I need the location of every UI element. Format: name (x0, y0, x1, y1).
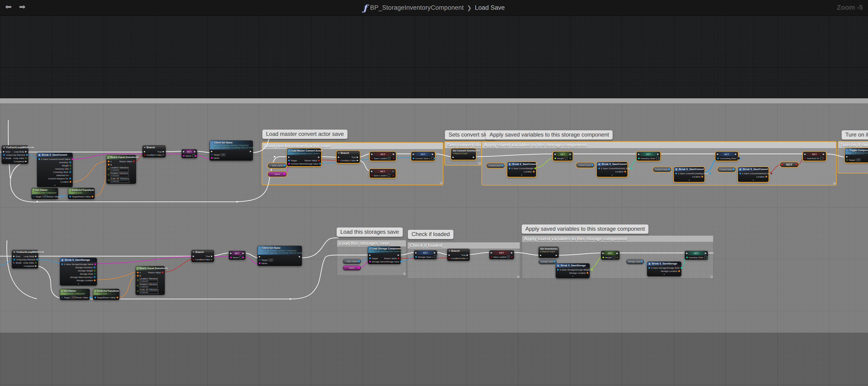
node-branch-load-master[interactable]: <Branch▶True▶ConditionFalse▶ (337, 151, 360, 163)
data-pin[interactable] (25, 157, 27, 159)
node-branch-check-loaded[interactable]: <Branch▶True▶ConditionFalse▷ (447, 249, 470, 261)
array-pin[interactable]: ▦ (69, 161, 71, 164)
exec-pin[interactable]: ▶ (453, 156, 454, 158)
comment-title-sets-convert-slots[interactable]: Sets convert slots (445, 142, 481, 148)
comment-title-apply-saved-top[interactable]: Apply saved variables to this storage co… (482, 142, 836, 148)
data-pin[interactable] (707, 257, 709, 258)
data-pin[interactable] (133, 160, 135, 162)
comment-resize-handle[interactable] (833, 182, 836, 184)
array-pin[interactable]: ▦ (93, 266, 96, 268)
checkbox[interactable] (737, 157, 740, 160)
exec-pin[interactable]: ▶ (250, 150, 251, 152)
data-pin[interactable] (393, 175, 394, 176)
data-pin[interactable] (89, 297, 91, 298)
node-set-weight-top[interactable]: ▶SET▶Weight (553, 152, 572, 160)
data-pin[interactable] (534, 168, 536, 169)
comment-title-load-storage[interactable]: Load this storages save (337, 240, 406, 246)
node-pill-storage-save-1[interactable]: Storage Save L (538, 259, 557, 264)
data-pin[interactable] (846, 159, 848, 161)
blueprint-title[interactable]: BP_StorageInventoryComponent (370, 4, 464, 11)
data-pin[interactable] (33, 196, 34, 198)
data-pin[interactable] (641, 261, 643, 262)
data-pin[interactable] (648, 267, 650, 269)
data-pin[interactable] (94, 297, 96, 298)
data-pin[interactable] (638, 157, 640, 159)
data-pin[interactable] (70, 168, 71, 170)
self-reference-box[interactable]: self (42, 195, 47, 198)
data-pin[interactable] (659, 157, 660, 159)
data-pin[interactable] (371, 157, 373, 159)
exec-pin[interactable]: ▶ (211, 150, 213, 152)
node-set-save-loaded-true-top[interactable]: ▶SET▶Save Loaded✓ (370, 152, 396, 160)
exec-pin[interactable]: ▶ (338, 156, 340, 158)
data-pin[interactable] (70, 165, 71, 167)
node-pill-convert-save-1[interactable]: Convert Save L (487, 163, 504, 168)
pin-value-input[interactable]: 0.000100 (110, 175, 129, 177)
pin-value-input[interactable]: 0.000100 (110, 169, 129, 172)
data-pin[interactable] (400, 261, 402, 262)
data-pin[interactable] (137, 275, 138, 276)
data-pin[interactable] (668, 169, 670, 170)
comment-bubble-apply-saved-top[interactable]: Apply saved variables to this storage co… (486, 130, 613, 140)
node-set-weight-bottom[interactable]: ▶SET▶Weight (601, 251, 620, 260)
pin-value-input[interactable]: 0.000100 (140, 286, 158, 288)
node-set-name-bottom[interactable]: ▶SET▶Name (229, 251, 245, 260)
data-pin[interactable] (193, 259, 194, 260)
data-pin[interactable] (94, 263, 96, 265)
array-pin[interactable]: ▦ (740, 157, 742, 159)
node-pill-save-game-bottom[interactable]: Save Game (343, 259, 361, 264)
node-branch-bottom-left[interactable]: <Branch▶True▶ConditionFalse▷ (191, 250, 214, 262)
data-pin[interactable] (183, 155, 185, 157)
data-pin[interactable] (61, 263, 63, 265)
data-pin[interactable] (598, 168, 600, 169)
data-pin[interactable] (591, 164, 593, 166)
data-pin[interactable] (702, 176, 703, 178)
data-pin[interactable] (288, 160, 290, 161)
node-set-save-loaded-bottom[interactable]: ▶SET▶Save Loaded✓ (489, 250, 514, 259)
graph-background-top[interactable] (0, 16, 868, 98)
node-set-convert-save-l[interactable]: ▶SET▶Convert Save L (411, 152, 435, 160)
node-break-savestorage-2[interactable]: ◧Break S_SaveStorageS Save StorageStorag… (647, 262, 681, 276)
node-break-saveconvert-main[interactable]: ◧Break S_SaveConvertS Save ConvertConver… (37, 153, 73, 187)
data-pin[interactable] (108, 160, 110, 162)
data-pin[interactable] (144, 154, 146, 156)
data-pin[interactable] (823, 157, 825, 159)
exec-pin[interactable]: ▶ (846, 156, 848, 158)
comment-bubble-apply-saved-bottom[interactable]: Apply saved variables to this storage co… (522, 225, 648, 234)
node-client-set-name-top[interactable]: ◇Client Set NameTarget is BP Storage Inv… (210, 141, 253, 160)
data-pin[interactable] (398, 258, 399, 259)
checkbox[interactable] (704, 256, 707, 259)
exec-pin[interactable]: ▶ (448, 254, 450, 256)
data-pin[interactable] (70, 175, 71, 176)
collapse-arrow-icon[interactable]: ▲ (37, 184, 72, 187)
data-pin[interactable] (243, 257, 244, 258)
blueprint-graph-editor[interactable]: Load master convert actor saveSets conve… (0, 0, 868, 386)
exec-pin[interactable]: ▷ (3, 157, 5, 159)
data-pin[interactable] (211, 154, 213, 155)
comment-title-load-master[interactable]: Load master convert actor save (262, 143, 443, 149)
data-pin[interactable] (319, 163, 321, 165)
data-pin[interactable] (533, 171, 535, 172)
data-pin[interactable] (617, 257, 618, 258)
graph-background-mid[interactable] (0, 103, 868, 333)
data-pin[interactable] (94, 273, 96, 275)
data-pin[interactable] (437, 256, 438, 258)
array-pin[interactable]: ▦ (69, 171, 71, 173)
data-pin[interactable] (230, 257, 232, 258)
data-pin[interactable] (162, 272, 163, 273)
node-not-pill[interactable]: NOT (780, 162, 799, 167)
comment-resize-handle[interactable] (440, 182, 442, 184)
data-pin[interactable] (509, 168, 510, 169)
node-pill-save-game-top[interactable]: Save Game (268, 163, 287, 168)
data-pin[interactable] (569, 157, 571, 159)
data-pin[interactable] (796, 164, 798, 166)
comment-bubble-load-storage[interactable]: Load this storages save (337, 228, 403, 237)
node-client-set-name-bottom[interactable]: ◇Client Set NameTarget is BP Storage Inv… (257, 246, 302, 266)
node-pill-storage-save-2[interactable]: Storage Save L (626, 259, 644, 264)
checkbox[interactable] (820, 157, 823, 160)
node-branch-top-left[interactable]: <Branch▶True▶ConditionFalse▷ (143, 145, 166, 157)
self-reference-box[interactable]: self (71, 296, 75, 299)
node-set-save-loaded-false-top[interactable]: ▶SET▷Save Loaded (370, 169, 396, 178)
data-pin[interactable] (338, 160, 340, 161)
data-pin[interactable] (108, 164, 110, 166)
